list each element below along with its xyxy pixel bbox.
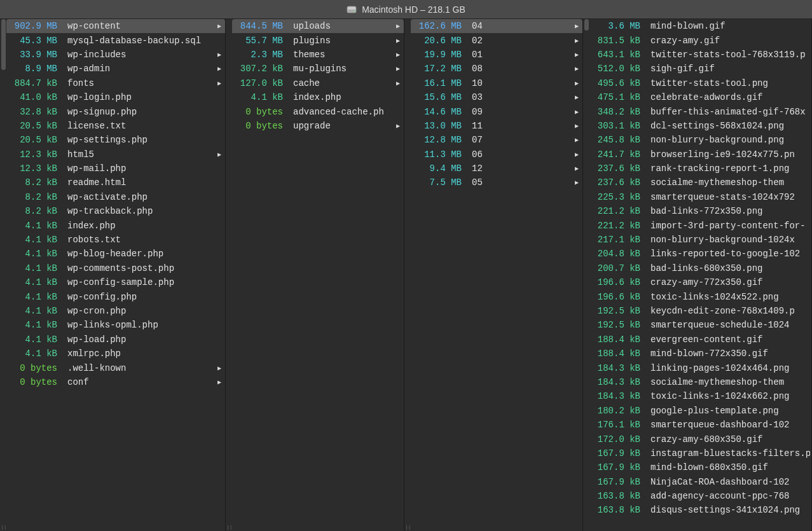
column-2[interactable]: 844.5 MBuploads▶55.7 MBplugins▶2.3 MBthe… [226,19,404,531]
list-item[interactable]: 162.6 MB04▶ [411,19,582,33]
list-item[interactable]: 15.6 MB03▶ [411,90,582,104]
list-item[interactable]: 0 bytesupgrade▶ [232,119,404,133]
list-item[interactable]: 188.4 kBevergreen-content.gif [589,333,811,347]
file-size: 196.6 kB [589,292,644,302]
list-item[interactable]: 475.1 kBcelebrate-adwords.gif [589,90,811,104]
list-item[interactable]: 13.0 MB11▶ [411,119,582,133]
list-item[interactable]: 192.5 kBkeycdn-edit-zone-768x1409.p [589,304,811,318]
list-item[interactable]: 8.9 MBwp-admin▶ [6,62,225,76]
list-item[interactable]: 0 bytesadvanced-cache.ph [232,104,404,118]
list-item[interactable]: 8.2 kBreadme.html [6,176,225,190]
list-item[interactable]: 831.5 kBcrazy-amy.gif [589,33,811,47]
list-item[interactable]: 204.8 kBlinks-reported-to-google-102 [589,247,811,261]
list-item[interactable]: 4.1 kBwp-config.php [6,289,225,303]
list-item[interactable]: 4.1 kBwp-links-opml.php [6,318,225,332]
list-item[interactable]: 237.6 kBrank-tracking-report-1.png [589,162,811,176]
list-item[interactable]: 2.3 MBthemes▶ [232,48,404,62]
list-item[interactable]: 0 bytes.well-known▶ [6,361,225,375]
list-item[interactable]: 221.2 kBimport-3rd-party-content-for- [589,218,811,232]
scroll-thumb[interactable] [584,19,589,31]
list-item[interactable]: 200.7 kBbad-links-680x350.png [589,261,811,275]
list-item[interactable]: 9.4 MB12▶ [411,162,582,176]
list-item[interactable]: 844.5 MBuploads▶ [232,19,404,33]
list-item[interactable]: 303.1 kBdcl-settings-568x1024.png [589,119,811,133]
list-item[interactable]: 163.8 kBadd-agency-account-ppc-768 [589,489,811,503]
list-item[interactable]: 20.6 MB02▶ [411,33,582,47]
list-item[interactable]: 11.3 MB06▶ [411,148,582,162]
list-item[interactable]: 245.8 kBnon-blurry-background.png [589,133,811,147]
list-item[interactable]: 176.1 kBsmarterqueue-dashboard-102 [589,418,811,432]
column-1[interactable]: 902.9 MBwp-content▶45.3 MBmysql-database… [0,19,226,531]
file-size: 9.4 MB [411,163,465,174]
list-item[interactable]: 348.2 kBbuffer-this-animated-gif-768x [589,104,811,118]
list-item[interactable]: 196.6 kBtoxic-links-1024x522.png [589,289,811,303]
list-item[interactable]: 241.7 kBbrowserling-ie9-1024x775.pn [589,148,811,162]
resize-handle-icon[interactable]: || [226,526,233,528]
list-item[interactable]: 12.8 MB07▶ [411,133,582,147]
list-item[interactable]: 192.5 kBsmarterqueue-schedule-1024 [589,318,811,332]
scrollbar[interactable] [0,19,6,531]
list-item[interactable]: 884.7 kBfonts▶ [6,76,225,90]
list-item[interactable]: 4.1 kBxmlrpc.php [6,347,225,361]
list-item[interactable]: 167.9 kBmind-blown-680x350.gif [589,460,811,474]
list-item[interactable]: 4.1 kBwp-config-sample.php [6,275,225,289]
file-size: 4.1 kB [6,292,61,302]
list-item[interactable]: 184.3 kBsocialme-mythemeshop-them [589,375,811,389]
list-item[interactable]: 8.2 kBwp-trackback.php [6,204,225,218]
list-item[interactable]: 55.7 MBplugins▶ [232,33,404,47]
list-item[interactable]: 512.0 kBsigh-gif.gif [589,62,811,76]
list-item[interactable]: 33.9 MBwp-includes▶ [6,48,225,62]
list-item[interactable]: 184.3 kBtoxic-links-1-1024x662.png [589,389,811,403]
list-item[interactable]: 17.2 MB08▶ [411,62,582,76]
list-item[interactable]: 196.6 kBcrazy-amy-772x350.gif [589,275,811,289]
list-item[interactable]: 0 bytesconf▶ [6,375,225,389]
list-item[interactable]: 12.3 kBwp-mail.php [6,162,225,176]
list-item[interactable]: 221.2 kBbad-links-772x350.png [589,204,811,218]
list-item[interactable]: 32.8 kBwp-signup.php [6,104,225,118]
list-item[interactable]: 12.3 kBhtml5▶ [6,148,225,162]
file-size: 0 bytes [232,107,287,117]
list-item[interactable]: 167.9 kBNinjaCat-ROA-dashboard-102 [589,475,811,489]
list-item[interactable]: 188.4 kBmind-blown-772x350.gif [589,347,811,361]
window-titlebar[interactable]: Macintosh HD – 218.1 GB [0,0,812,19]
list-item[interactable]: 4.1 kBwp-comments-post.php [6,261,225,275]
list-item[interactable]: 172.0 kBcrazy-amy-680x350.gif [589,432,811,446]
list-item[interactable]: 4.1 kBindex.php [6,218,225,232]
list-item[interactable]: 8.2 kBwp-activate.php [6,190,225,204]
list-item[interactable]: 4.1 kBwp-cron.php [6,304,225,318]
list-item[interactable]: 4.1 kBwp-blog-header.php [6,247,225,261]
list-item[interactable]: 19.9 MB01▶ [411,48,582,62]
list-item[interactable]: 14.6 MB09▶ [411,104,582,118]
scrollbar[interactable] [404,19,411,531]
list-item[interactable]: 237.6 kBsocialme-mythemeshop-them [589,176,811,190]
list-item[interactable]: 495.6 kBtwitter-stats-tool.png [589,76,811,90]
list-item[interactable]: 16.1 MB10▶ [411,76,582,90]
column-3[interactable]: 162.6 MB04▶20.6 MB02▶19.9 MB01▶17.2 MB08… [404,19,583,531]
list-item[interactable]: 163.8 kBdisqus-settings-341x1024.png [589,503,811,517]
list-item[interactable]: 45.3 MBmysql-database-backup.sql [6,33,225,47]
list-item[interactable]: 20.5 kBlicense.txt [6,119,225,133]
column-4[interactable]: 3.6 MBmind-blown.gif831.5 kBcrazy-amy.gi… [583,19,812,531]
list-item[interactable]: 7.5 MB05▶ [411,176,582,190]
list-item[interactable]: 902.9 MBwp-content▶ [6,19,225,33]
resize-handle-icon[interactable]: || [1,526,7,528]
list-item[interactable]: 4.1 kBindex.php [232,90,404,104]
list-item[interactable]: 127.0 kBcache▶ [232,76,404,90]
list-item[interactable]: 20.5 kBwp-settings.php [6,133,225,147]
list-item[interactable]: 217.1 kBnon-blurry-background-1024x [589,233,811,247]
list-item[interactable]: 184.3 kBlinking-pages-1024x464.png [589,361,811,375]
file-size: 225.3 kB [589,192,644,202]
scroll-thumb[interactable] [1,19,6,70]
list-item[interactable]: 4.1 kBwp-load.php [6,333,225,347]
scrollbar[interactable] [226,19,232,531]
list-item[interactable]: 307.2 kBmu-plugins▶ [232,62,404,76]
list-item[interactable]: 4.1 kBrobots.txt [6,233,225,247]
list-item[interactable]: 167.9 kBinstagram-bluestacks-filters.p [589,446,811,460]
resize-handle-icon[interactable]: || [405,526,411,528]
list-item[interactable]: 225.3 kBsmarterqueue-stats-1024x792 [589,190,811,204]
list-item[interactable]: 180.2 kBgoogle-plus-template.png [589,404,811,418]
list-item[interactable]: 643.1 kBtwitter-stats-tool-768x3119.p [589,48,811,62]
list-item[interactable]: 41.0 kBwp-login.php [6,90,225,104]
scrollbar[interactable] [583,19,589,531]
list-item[interactable]: 3.6 MBmind-blown.gif [589,19,811,33]
